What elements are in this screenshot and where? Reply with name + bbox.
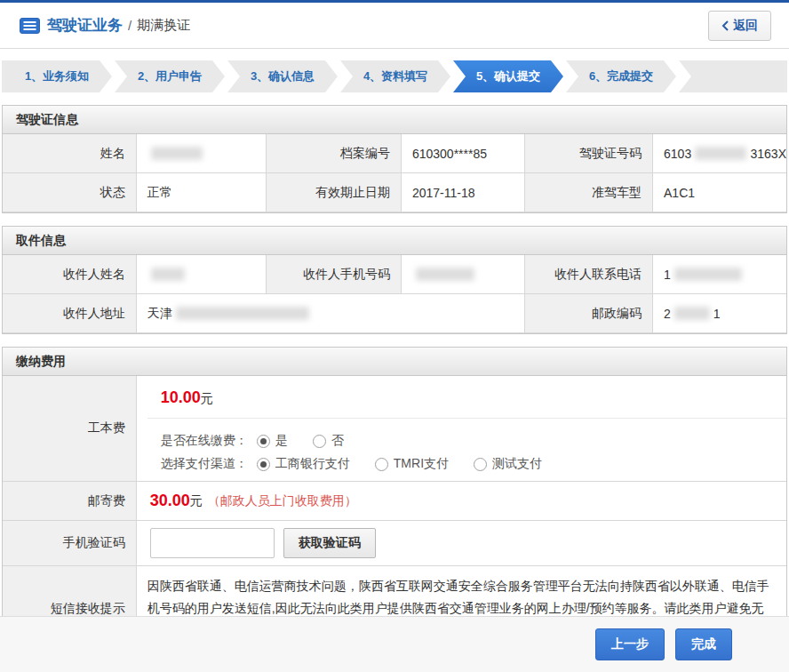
production-fee-label: 工本费 [3,376,137,482]
payment-section: 缴纳费用 工本费 10.00元 是否在线缴费： 是 否 选择支付渠道： 工商银行… [2,347,787,652]
get-captcha-button[interactable]: 获取验证码 [283,528,376,558]
production-fee-value: 10.00元 是否在线缴费： 是 否 选择支付渠道： 工商银行支付 TMRI支付 [137,376,786,482]
recipient-phone-value: 1 [653,255,786,294]
payment-header: 缴纳费用 [3,348,786,376]
production-fee-amount-line: 10.00元 [147,376,786,419]
back-chevron-icon [721,20,729,31]
postage-fee-note: （邮政人员上门收取费用） [208,493,357,509]
step-6-complete-submit[interactable]: 6、完成提交 [566,60,676,92]
expiry-label: 有效期止日期 [267,173,402,212]
step-3-confirm-info[interactable]: 3、确认信息 [227,60,338,92]
pickup-info-section: 取件信息 收件人姓名 收件人手机号码 收件人联系电话 1 收件人地址 天津 邮政… [2,226,787,334]
recipient-phone-label: 收件人联系电话 [525,255,653,294]
redacted-phone [674,268,742,281]
redacted-mobile [416,268,474,281]
title-bar: 驾驶证业务 / 期满换证 返回 [0,3,789,49]
radio-online-no-label[interactable]: 否 [331,433,344,449]
footer-bar: 上一步 完成 [0,616,789,672]
radio-channel-icbc-label[interactable]: 工商银行支付 [275,456,350,472]
license-info-section: 驾驶证信息 姓名 档案编号 610300****85 驾驶证号码 6103316… [2,105,787,213]
pickup-info-header: 取件信息 [3,227,786,255]
step-1-business-notice[interactable]: 1、业务须知 [2,60,112,92]
redacted-address [176,307,309,320]
step-bar-filler [679,60,787,92]
captcha-input[interactable] [150,528,275,558]
radio-channel-test[interactable] [474,458,487,471]
radio-channel-icbc[interactable] [257,458,270,471]
redacted-postcode [674,307,710,320]
name-value [137,134,267,173]
postage-fee-label: 邮寄费 [3,482,137,521]
back-button[interactable]: 返回 [708,11,771,41]
recipient-name-label: 收件人姓名 [3,255,137,294]
status-label: 状态 [3,173,137,212]
vehicle-class-value: A1C1 [653,173,786,212]
radio-channel-tmri[interactable] [375,458,388,471]
expiry-value: 2017-11-18 [402,173,525,212]
step-wizard: 1、业务须知 2、用户申告 3、确认信息 4、资料填写 5、确认提交 6、完成提… [2,60,787,92]
recipient-address-value: 天津 [137,294,525,333]
payment-channel-question: 选择支付渠道： [161,456,248,472]
recipient-mobile-value [402,255,525,294]
license-info-header: 驾驶证信息 [3,106,786,134]
radio-channel-test-label[interactable]: 测试支付 [492,456,542,472]
file-number-value: 610300****85 [402,134,525,173]
previous-step-button[interactable]: 上一步 [595,628,665,660]
redacted-name [151,147,203,160]
breadcrumb-divider: / [128,18,132,33]
back-button-label: 返回 [733,18,758,34]
radio-channel-tmri-label[interactable]: TMRI支付 [394,456,449,472]
radio-online-yes-label[interactable]: 是 [275,433,288,449]
step-5-confirm-submit[interactable]: 5、确认提交 [453,60,563,92]
status-value: 正常 [137,173,267,212]
postage-fee-value: 30.00元 （邮政人员上门收取费用） [137,482,786,521]
page-subtitle: 期满换证 [137,17,190,34]
postcode-value: 21 [653,294,786,333]
radio-online-no[interactable] [313,435,326,448]
file-number-label: 档案编号 [267,134,402,173]
license-number-value: 61033163X [653,134,786,173]
redacted-recipient-name [151,268,185,281]
online-payment-question-row: 是否在线缴费： 是 否 [161,433,773,449]
step-2-user-declaration[interactable]: 2、用户申告 [115,60,225,92]
captcha-label: 手机验证码 [3,521,137,566]
license-number-label: 驾驶证号码 [525,134,653,173]
recipient-name-value [137,255,267,294]
name-label: 姓名 [3,134,137,173]
production-fee-amount: 10.00 [161,388,201,406]
postcode-label: 邮政编码 [525,294,653,333]
recipient-mobile-label: 收件人手机号码 [267,255,402,294]
page-title: 驾驶证业务 [47,15,123,36]
payment-channel-row: 选择支付渠道： 工商银行支付 TMRI支付 测试支付 [161,456,773,472]
radio-online-yes[interactable] [257,435,270,448]
vehicle-class-label: 准驾车型 [525,173,653,212]
list-icon [20,18,40,34]
step-4-fill-data[interactable]: 4、资料填写 [340,60,450,92]
captcha-row: 获取验证码 [137,521,786,566]
redacted-license-number [695,147,746,160]
done-button[interactable]: 完成 [675,628,732,660]
postage-fee-amount: 30.00 [150,492,190,510]
recipient-address-label: 收件人地址 [3,294,137,333]
online-payment-question: 是否在线缴费： [161,433,248,449]
